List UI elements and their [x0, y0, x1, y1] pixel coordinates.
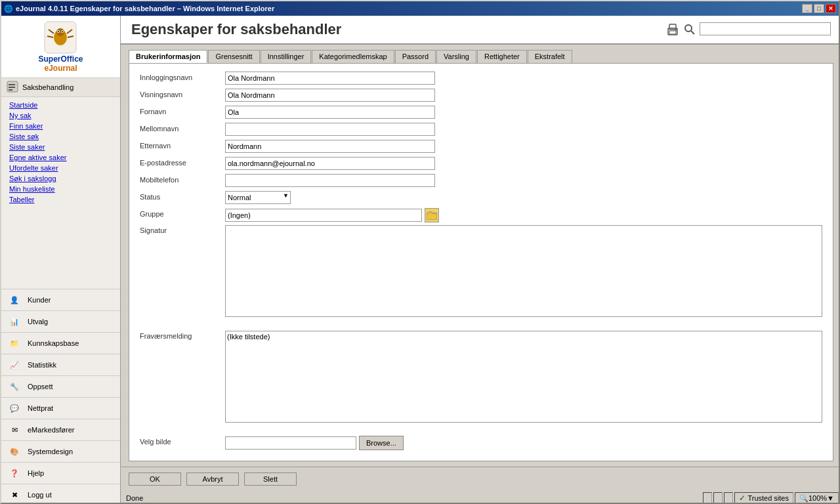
section-icon	[7, 81, 18, 94]
sidebar-nav-item[interactable]: Søk i sakslogg	[1, 173, 120, 184]
section-header: Saksbehandling	[1, 78, 120, 97]
sidebar-nav-item[interactable]: Siste saker	[1, 142, 120, 152]
module-icon: 📊	[7, 314, 22, 329]
velg-bilde-input-row: Browse...	[225, 436, 404, 450]
avbryt-button[interactable]: Avbryt	[186, 472, 239, 486]
sidebar-item-kunder[interactable]: 👤 Kunder	[1, 289, 120, 310]
etternavn-input[interactable]	[225, 140, 435, 153]
titlebar-buttons[interactable]: _ □ ✕	[802, 4, 836, 13]
gruppe-input-row	[225, 208, 822, 222]
print-icon[interactable]	[665, 22, 680, 37]
signatur-textarea[interactable]	[225, 225, 822, 317]
signatur-row: Signatur	[140, 225, 822, 328]
svg-rect-14	[9, 89, 12, 91]
fornavn-label: Fornavn	[140, 106, 225, 116]
fravaer-wrapper	[225, 331, 822, 423]
zoom-dropdown[interactable]: ▼	[827, 494, 834, 502]
sidebar-item-kunnskapsbase[interactable]: 📁 Kunnskapsbase	[1, 332, 120, 354]
status-panel-3	[724, 492, 733, 504]
velg-bilde-row: Velg bilde Browse...	[140, 436, 822, 450]
innloggingsnavn-label: Innloggingsnavn	[140, 72, 225, 81]
sidebar-item-systemdesign[interactable]: 🎨 Systemdesign	[1, 440, 120, 462]
module-label: Kunnskapsbase	[28, 339, 79, 347]
slett-button[interactable]: Slett	[244, 472, 297, 486]
mellomnavn-label: Mellomnavn	[140, 123, 225, 133]
ok-button[interactable]: OK	[129, 472, 181, 486]
module-label: Nettprat	[28, 404, 53, 412]
titlebar-icon: 🌐	[4, 5, 13, 13]
module-label: Utvalg	[28, 318, 48, 326]
mobil-input[interactable]	[225, 174, 435, 187]
fravaer-textarea[interactable]	[225, 331, 822, 423]
module-label: Oppsett	[28, 383, 53, 390]
module-label: eMarkedsfører	[28, 426, 75, 434]
innloggingsnavn-input[interactable]	[225, 72, 435, 85]
tab-passord[interactable]: Passord	[395, 50, 436, 63]
header-icons[interactable]	[665, 22, 831, 37]
sidebar-item-oppsett[interactable]: 🔧 Oppsett	[1, 375, 120, 397]
form-panel: Innloggingsnavn Visningsnavn Fornavn	[129, 63, 833, 461]
module-icon: 📈	[7, 357, 22, 373]
tab-brukerinformasjon[interactable]: Brukerinformasjon	[129, 50, 207, 63]
search-icon[interactable]	[682, 22, 697, 37]
epost-input[interactable]	[225, 157, 435, 170]
tabs[interactable]: BrukerinformasjonGrensesnittInnstillinge…	[129, 50, 833, 63]
nav-items: StartsideNy sakFinn sakerSiste søkSiste …	[1, 97, 120, 289]
sidebar-item-emarkedsfører[interactable]: ✉ eMarkedsfører	[1, 419, 120, 440]
svg-rect-13	[9, 87, 15, 88]
titlebar: 🌐 eJournal 4.0.11 Egenskaper for saksbeh…	[1, 1, 839, 16]
visningsnavn-input[interactable]	[225, 89, 435, 102]
tab-rettigheter[interactable]: Rettigheter	[477, 50, 527, 63]
etternavn-row: Etternavn	[140, 140, 822, 154]
svg-point-19	[685, 25, 692, 32]
tab-kategorimedlemskap[interactable]: Kategorimedlemskap	[312, 50, 394, 63]
maximize-button[interactable]: □	[814, 4, 824, 13]
status-row: Status Normal Fraværende Ikke tilstede	[140, 191, 822, 205]
sidebar-item-statistikk[interactable]: 📈 Statistikk	[1, 354, 120, 375]
page-title: Egenskaper for saksbehandler	[131, 21, 341, 38]
sidebar-nav-item[interactable]: Siste søk	[1, 131, 120, 142]
search-input[interactable]	[700, 22, 831, 35]
velg-bilde-label: Velg bilde	[140, 436, 225, 446]
tab-ekstrafelt[interactable]: Ekstrafelt	[528, 50, 572, 63]
sidebar-nav-item[interactable]: Ny sak	[1, 110, 120, 121]
sidebar-nav-item[interactable]: Ufordelte saker	[1, 163, 120, 173]
sidebar-nav-item[interactable]: Min huskeliste	[1, 184, 120, 194]
status-select[interactable]: Normal Fraværende Ikke tilstede	[225, 191, 291, 204]
zoom-level: 100%	[808, 494, 827, 502]
sidebar-nav-item[interactable]: Finn saker	[1, 121, 120, 131]
gruppe-browse-button[interactable]	[425, 208, 439, 222]
fornavn-input[interactable]	[225, 106, 435, 119]
svg-rect-17	[669, 31, 676, 34]
signatur-label: Signatur	[140, 225, 225, 234]
visningsnavn-row: Visningsnavn	[140, 89, 822, 103]
innloggingsnavn-row: Innloggingsnavn	[140, 72, 822, 86]
minimize-button[interactable]: _	[802, 4, 812, 13]
sidebar-nav-item[interactable]: Tabeller	[1, 194, 120, 205]
gruppe-input[interactable]	[225, 209, 422, 222]
sidebar-item-logg-ut[interactable]: ✖ Logg ut	[1, 484, 120, 504]
tab-varsling[interactable]: Varsling	[436, 50, 476, 63]
status-select-wrapper[interactable]: Normal Fraværende Ikke tilstede	[225, 191, 291, 204]
sidebar-nav-item[interactable]: Startside	[1, 100, 120, 110]
sidebar-item-utvalg[interactable]: 📊 Utvalg	[1, 310, 120, 332]
browse-button[interactable]: Browse...	[359, 436, 404, 450]
module-icon: ✉	[7, 422, 22, 438]
module-icon: 👤	[7, 292, 22, 308]
sidebar-item-nettprat[interactable]: 💬 Nettprat	[1, 397, 120, 419]
svg-point-10	[62, 31, 63, 32]
close-button[interactable]: ✕	[826, 4, 836, 13]
signatur-wrapper	[225, 225, 822, 317]
sidebar-item-hjelp[interactable]: ❓ Hjelp	[1, 462, 120, 484]
statusbar: Done ✓ Trusted sites 🔍 100% ▼	[121, 491, 840, 504]
svg-point-9	[58, 31, 59, 32]
mellomnavn-input[interactable]	[225, 123, 435, 136]
etternavn-label: Etternavn	[140, 140, 225, 150]
dialog-content: BrukerinformasjonGrensesnittInnstillinge…	[121, 45, 840, 467]
logo-text: SuperOffice eJournal	[38, 54, 83, 74]
velg-bilde-input[interactable]	[225, 436, 356, 450]
tab-grensesnitt[interactable]: Grensesnitt	[208, 50, 259, 63]
tab-innstillinger[interactable]: Innstillinger	[261, 50, 312, 63]
content-header: Egenskaper for saksbehandler	[121, 16, 840, 45]
sidebar-nav-item[interactable]: Egne aktive saker	[1, 152, 120, 163]
